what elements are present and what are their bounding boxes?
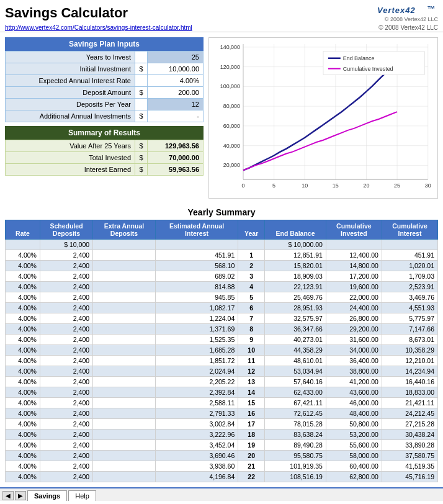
cell-cum-interest: 24,212.45 bbox=[382, 408, 437, 419]
cell-extra bbox=[93, 430, 156, 440]
input-value[interactable]: 200.00 bbox=[148, 87, 204, 99]
table-row: $ 10,000$ 10,000.00 bbox=[6, 240, 438, 250]
cell-end-balance: 44,358.29 bbox=[265, 345, 326, 356]
tab-bar: ◀ ▶ Savings Help bbox=[0, 487, 443, 501]
cell-year: 1 bbox=[238, 250, 265, 261]
cell-scheduled: 2,400 bbox=[40, 419, 92, 430]
cell-year: 15 bbox=[238, 398, 265, 408]
cell-rate bbox=[6, 240, 40, 250]
cell-cum-invested: 38,800.00 bbox=[326, 366, 382, 377]
logo-text: Vertex42 ™ bbox=[376, 4, 438, 16]
cell-interest: 3,938.60 bbox=[155, 461, 238, 472]
cell-end-balance: 89,490.28 bbox=[265, 440, 326, 451]
chart-area: 140,000 120,000 100,000 80,000 60,000 40… bbox=[208, 37, 438, 199]
tab-savings[interactable]: Savings bbox=[27, 490, 67, 501]
cell-cum-interest: 30,438.24 bbox=[382, 430, 437, 440]
cell-extra bbox=[93, 250, 156, 261]
cell-extra bbox=[93, 261, 156, 271]
yearly-summary: Yearly Summary Rate ScheduledDeposits Ex… bbox=[0, 204, 443, 487]
cell-cum-invested: 48,400.00 bbox=[326, 408, 382, 419]
cell-interest: 1,371.69 bbox=[155, 324, 238, 335]
tab-help[interactable]: Help bbox=[68, 490, 96, 501]
cell-cum-interest: 16,440.16 bbox=[382, 377, 437, 387]
input-value[interactable]: 10,000.00 bbox=[148, 63, 204, 75]
col-extra: Extra AnnualDeposits bbox=[93, 220, 156, 240]
table-row: 4.00%2,4002,024.941253,034.9438,800.0014… bbox=[6, 366, 438, 377]
table-row: 4.00%2,4001,082.17628,951.9324,400.004,5… bbox=[6, 303, 438, 313]
cell-end-balance: 12,851.91 bbox=[265, 250, 326, 261]
cell-interest: 4,196.84 bbox=[155, 472, 238, 482]
cell-cum-invested: 60,400.00 bbox=[326, 461, 382, 472]
col-cum-interest: CumulativeInterest bbox=[382, 220, 437, 240]
cell-interest: 2,392.84 bbox=[155, 387, 238, 398]
table-row: 4.00%2,4001,851.721148,610.0136,400.0012… bbox=[6, 356, 438, 366]
summary-dollar: $ bbox=[135, 140, 148, 152]
cell-interest: 3,452.04 bbox=[155, 440, 238, 451]
input-dollar: $ bbox=[135, 110, 148, 122]
cell-year: 19 bbox=[238, 440, 265, 451]
site-link[interactable]: http://www.vertex42.com/Calculators/savi… bbox=[5, 24, 192, 31]
summary-table: Value After 25 Years$129,963.56Total Inv… bbox=[5, 140, 204, 176]
table-row: 4.00%2,4001,525.35940,273.0131,600.008,6… bbox=[6, 335, 438, 345]
summary-value: 129,963.56 bbox=[148, 140, 204, 152]
input-value[interactable]: 4.00% bbox=[148, 75, 204, 87]
input-label: Deposits Per Year bbox=[6, 99, 135, 110]
cell-cum-interest bbox=[382, 240, 437, 250]
cell-scheduled: 2,400 bbox=[40, 303, 92, 313]
cell-end-balance: 72,612.45 bbox=[265, 408, 326, 419]
cell-cum-interest: 41,519.35 bbox=[382, 461, 437, 472]
cell-extra bbox=[93, 271, 156, 282]
svg-text:20,000: 20,000 bbox=[223, 162, 240, 168]
input-value[interactable]: - bbox=[148, 110, 204, 122]
input-dollar bbox=[135, 75, 148, 87]
cell-end-balance: 83,638.24 bbox=[265, 430, 326, 440]
cell-year: 12 bbox=[238, 366, 265, 377]
cell-scheduled: 2,400 bbox=[40, 398, 92, 408]
cell-scheduled: 2,400 bbox=[40, 472, 92, 482]
cell-rate: 4.00% bbox=[6, 250, 40, 261]
input-value[interactable]: 12 bbox=[148, 99, 204, 110]
cell-cum-invested: 17,200.00 bbox=[326, 271, 382, 282]
cell-cum-invested: 50,800.00 bbox=[326, 419, 382, 430]
svg-text:30: 30 bbox=[425, 182, 431, 189]
tab-nav-left[interactable]: ◀ bbox=[2, 491, 14, 500]
cell-cum-interest: 14,234.94 bbox=[382, 366, 437, 377]
input-value[interactable]: 25 bbox=[148, 52, 204, 63]
cell-cum-invested: 41,200.00 bbox=[326, 377, 382, 387]
cell-scheduled: 2,400 bbox=[40, 356, 92, 366]
tab-nav-right[interactable]: ▶ bbox=[15, 491, 26, 500]
cell-cum-interest: 37,580.75 bbox=[382, 451, 437, 461]
cell-scheduled: 2,400 bbox=[40, 451, 92, 461]
cell-cum-invested: 55,600.00 bbox=[326, 440, 382, 451]
col-end-balance: End Balance bbox=[265, 220, 326, 240]
cell-cum-invested: 62,800.00 bbox=[326, 472, 382, 482]
cell-interest: 3,222.96 bbox=[155, 430, 238, 440]
summary-value: 59,963.56 bbox=[148, 164, 204, 176]
table-row: 4.00%2,4003,222.961883,638.2453,200.0030… bbox=[6, 430, 438, 440]
cell-year: 9 bbox=[238, 335, 265, 345]
cell-rate: 4.00% bbox=[6, 430, 40, 440]
cell-scheduled: $ 10,000 bbox=[40, 240, 92, 250]
cell-interest: 1,224.04 bbox=[155, 313, 238, 324]
cell-end-balance: 53,034.94 bbox=[265, 366, 326, 377]
cell-cum-interest: 12,210.01 bbox=[382, 356, 437, 366]
cell-interest bbox=[155, 240, 238, 250]
svg-text:5: 5 bbox=[272, 182, 275, 189]
svg-text:100,000: 100,000 bbox=[220, 83, 240, 89]
cell-cum-invested: 34,000.00 bbox=[326, 345, 382, 356]
cell-rate: 4.00% bbox=[6, 303, 40, 313]
cell-rate: 4.00% bbox=[6, 366, 40, 377]
table-row: 4.00%2,4001,685.281044,358.2934,000.0010… bbox=[6, 345, 438, 356]
cell-cum-invested: 36,400.00 bbox=[326, 356, 382, 366]
cell-cum-invested: 26,800.00 bbox=[326, 313, 382, 324]
cell-rate: 4.00% bbox=[6, 313, 40, 324]
chart-container: 140,000 120,000 100,000 80,000 60,000 40… bbox=[208, 37, 438, 199]
cell-end-balance: 67,421.11 bbox=[265, 398, 326, 408]
copyright: © 2008 Vertex42 LLC bbox=[385, 16, 438, 22]
cell-cum-invested: 31,600.00 bbox=[326, 335, 382, 345]
cell-cum-invested: 19,600.00 bbox=[326, 282, 382, 292]
cell-extra bbox=[93, 377, 156, 387]
cell-extra bbox=[93, 387, 156, 398]
cell-end-balance: 108,516.19 bbox=[265, 472, 326, 482]
cell-scheduled: 2,400 bbox=[40, 261, 92, 271]
